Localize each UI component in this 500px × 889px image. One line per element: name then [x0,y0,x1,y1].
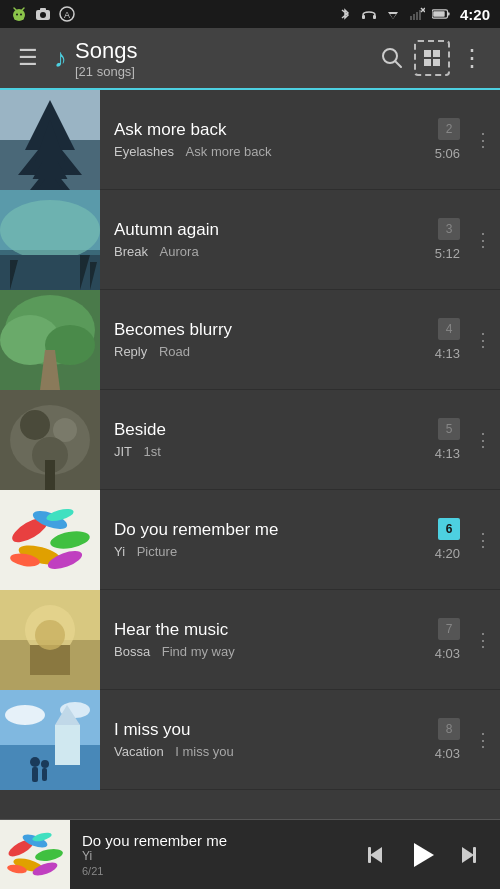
track-number: 5 [438,418,460,440]
album-art [0,490,100,590]
app-header: ☰ ♪ Songs [21 songs] ⋮ [0,28,500,90]
song-right: 6 4:20 [406,518,466,561]
svg-marker-88 [414,843,434,867]
artist-name: Eyelashes [114,144,174,159]
song-duration: 4:13 [435,446,460,461]
svg-marker-14 [390,14,396,19]
svg-rect-26 [424,50,431,57]
grid-view-button[interactable] [414,40,450,76]
album-name: I miss you [175,744,234,759]
now-playing-info: Do you remember me Yi 6/21 [70,832,360,877]
song-item[interactable]: Beside JIT 1st 5 4:13 ⋮ [0,390,500,490]
track-number: 4 [438,318,460,340]
previous-button[interactable] [360,837,396,873]
song-right: 8 4:03 [406,718,466,761]
svg-line-3 [22,8,24,10]
header-title-block: Songs [21 songs] [75,38,374,79]
song-duration: 4:03 [435,746,460,761]
svg-marker-86 [370,847,382,863]
song-duration: 5:12 [435,246,460,261]
song-info: I miss you Vacation I miss you [100,708,406,771]
song-meta: Bossa Find my way [114,644,398,659]
song-item[interactable]: Hear the music Bossa Find my way 7 4:03 … [0,590,500,690]
song-info: Becomes blurry Reply Road [100,308,406,371]
song-meta: Yi Picture [114,544,398,559]
song-info: Hear the music Bossa Find my way [100,608,406,671]
svg-point-37 [0,200,100,260]
song-meta: JIT 1st [114,444,398,459]
song-more-button[interactable]: ⋮ [466,629,500,651]
song-item[interactable]: Becomes blurry Reply Road 4 4:13 ⋮ [0,290,500,390]
song-duration: 4:03 [435,646,460,661]
album-name: 1st [143,444,160,459]
battery-icon [432,5,450,23]
song-list: Ask more back Eyelashes Ask more back 2 … [0,90,500,819]
svg-rect-8 [40,8,46,11]
album-art [0,190,100,290]
wifi-icon [384,5,402,23]
svg-rect-23 [448,12,450,15]
svg-point-49 [20,410,50,440]
song-title: Hear the music [114,620,398,640]
music-note-icon: ♪ [54,43,67,74]
song-title: Beside [114,420,398,440]
artist-name: Yi [114,544,125,559]
song-info: Autumn again Break Aurora [100,208,406,271]
svg-rect-32 [0,140,100,190]
svg-marker-89 [462,847,474,863]
svg-rect-12 [373,15,376,19]
album-art [0,290,100,390]
album-name: Road [159,344,190,359]
song-more-button[interactable]: ⋮ [466,529,500,551]
song-more-button[interactable]: ⋮ [466,729,500,751]
song-item[interactable]: I miss you Vacation I miss you 8 4:03 ⋮ [0,690,500,790]
svg-point-5 [20,14,22,16]
album-art [0,90,100,190]
bluetooth-icon [336,5,354,23]
song-right: 4 4:13 [406,318,466,361]
page-title: Songs [75,38,374,64]
svg-point-7 [40,12,46,18]
menu-button[interactable]: ☰ [10,37,46,79]
song-item[interactable]: Autumn again Break Aurora 3 5:12 ⋮ [0,190,500,290]
song-duration: 5:06 [435,146,460,161]
song-right: 7 4:03 [406,618,466,661]
album-art [0,590,100,690]
song-item[interactable]: Do you remember me Yi Picture 6 4:20 ⋮ [0,490,500,590]
song-more-button[interactable]: ⋮ [466,229,500,251]
more-options-button[interactable]: ⋮ [454,40,490,76]
svg-rect-72 [55,725,80,765]
svg-rect-87 [368,847,371,863]
song-more-button[interactable]: ⋮ [466,129,500,151]
song-meta: Reply Road [114,344,398,359]
song-title: I miss you [114,720,398,740]
svg-rect-1 [14,14,24,20]
np-progress: 6/21 [82,865,348,877]
search-button[interactable] [374,40,410,76]
np-artist: Yi [82,849,348,863]
song-more-button[interactable]: ⋮ [466,329,500,351]
svg-rect-11 [362,15,365,19]
song-info: Beside JIT 1st [100,408,406,471]
svg-point-70 [5,705,45,725]
svg-rect-27 [433,50,440,57]
svg-text:A: A [64,10,70,20]
album-name: Picture [137,544,177,559]
song-item[interactable]: Ask more back Eyelashes Ask more back 2 … [0,90,500,190]
song-title: Ask more back [114,120,398,140]
play-button[interactable] [404,837,440,873]
track-number: 8 [438,718,460,740]
svg-line-2 [14,8,16,10]
next-button[interactable] [448,837,484,873]
artist-name: Bossa [114,644,150,659]
song-more-button[interactable]: ⋮ [466,429,500,451]
album-art [0,390,100,490]
song-right: 5 4:13 [406,418,466,461]
track-number: 6 [438,518,460,540]
now-playing-thumb [0,820,70,890]
playback-controls [360,837,500,873]
svg-rect-22 [433,11,444,17]
svg-rect-29 [433,59,440,66]
svg-rect-77 [42,768,47,781]
android-logo-icon: A [58,5,76,23]
